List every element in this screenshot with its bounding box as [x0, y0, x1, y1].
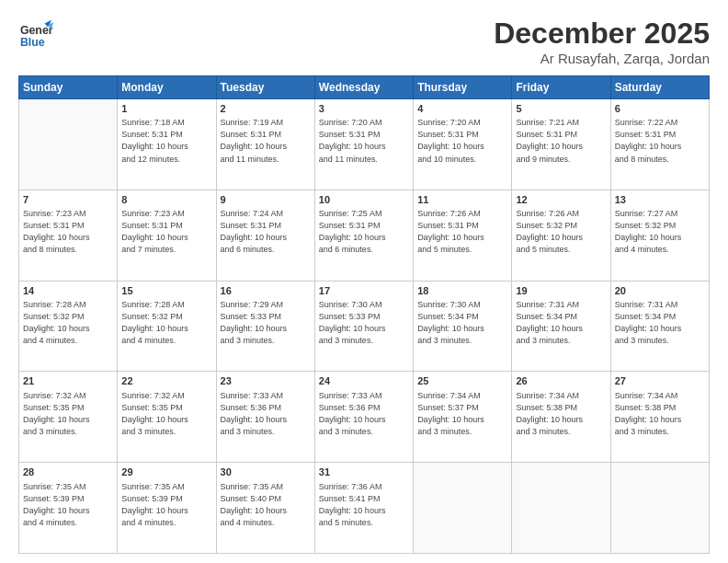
table-row: 3Sunrise: 7:20 AMSunset: 5:31 PMDaylight…	[314, 99, 413, 190]
day-number: 30	[221, 465, 311, 479]
day-info: Sunrise: 7:33 AMSunset: 5:36 PMDaylight:…	[221, 390, 311, 438]
day-number: 23	[221, 374, 311, 388]
day-info: Sunrise: 7:20 AMSunset: 5:31 PMDaylight:…	[319, 117, 409, 165]
col-friday: Friday	[512, 76, 610, 99]
day-info: Sunrise: 7:21 AMSunset: 5:31 PMDaylight:…	[516, 117, 606, 165]
location: Ar Rusayfah, Zarqa, Jordan	[494, 51, 710, 66]
day-number: 3	[319, 102, 409, 116]
table-row: 26Sunrise: 7:34 AMSunset: 5:38 PMDayligh…	[512, 372, 610, 463]
day-number: 25	[417, 374, 507, 388]
day-info: Sunrise: 7:34 AMSunset: 5:38 PMDaylight:…	[516, 390, 606, 438]
day-number: 4	[417, 102, 507, 116]
day-info: Sunrise: 7:22 AMSunset: 5:31 PMDaylight:…	[615, 117, 705, 165]
day-number: 13	[615, 193, 705, 207]
day-number: 28	[23, 465, 113, 479]
day-number: 14	[23, 284, 113, 298]
day-info: Sunrise: 7:18 AMSunset: 5:31 PMDaylight:…	[121, 117, 211, 165]
table-row: 24Sunrise: 7:33 AMSunset: 5:36 PMDayligh…	[314, 372, 413, 463]
day-info: Sunrise: 7:26 AMSunset: 5:32 PMDaylight:…	[516, 208, 606, 256]
col-monday: Monday	[118, 76, 216, 99]
table-row: 4Sunrise: 7:20 AMSunset: 5:31 PMDaylight…	[414, 99, 512, 190]
day-number: 10	[319, 193, 409, 207]
calendar-week-row: 7Sunrise: 7:23 AMSunset: 5:31 PMDaylight…	[19, 190, 710, 281]
day-number: 1	[121, 102, 211, 116]
table-row: 6Sunrise: 7:22 AMSunset: 5:31 PMDaylight…	[610, 99, 709, 190]
day-number: 31	[319, 465, 409, 479]
table-row: 30Sunrise: 7:35 AMSunset: 5:40 PMDayligh…	[216, 463, 314, 554]
calendar-table: Sunday Monday Tuesday Wednesday Thursday…	[18, 75, 710, 554]
day-info: Sunrise: 7:32 AMSunset: 5:35 PMDaylight:…	[121, 390, 211, 438]
day-info: Sunrise: 7:32 AMSunset: 5:35 PMDaylight:…	[23, 390, 113, 438]
day-number: 8	[121, 193, 211, 207]
day-number: 5	[516, 102, 606, 116]
title-block: December 2025 Ar Rusayfah, Zarqa, Jordan	[494, 17, 710, 66]
col-sunday: Sunday	[19, 76, 118, 99]
table-row: 25Sunrise: 7:34 AMSunset: 5:37 PMDayligh…	[414, 372, 512, 463]
day-number: 27	[615, 374, 705, 388]
table-row: 1Sunrise: 7:18 AMSunset: 5:31 PMDaylight…	[118, 99, 216, 190]
table-row: 28Sunrise: 7:35 AMSunset: 5:39 PMDayligh…	[19, 463, 118, 554]
table-row: 2Sunrise: 7:19 AMSunset: 5:31 PMDaylight…	[216, 99, 314, 190]
day-number: 18	[417, 284, 507, 298]
table-row: 21Sunrise: 7:32 AMSunset: 5:35 PMDayligh…	[19, 372, 118, 463]
svg-text:Blue: Blue	[20, 36, 45, 49]
table-row: 17Sunrise: 7:30 AMSunset: 5:33 PMDayligh…	[314, 281, 413, 372]
day-info: Sunrise: 7:30 AMSunset: 5:33 PMDaylight:…	[319, 299, 409, 347]
day-number: 29	[121, 465, 211, 479]
day-number: 11	[417, 193, 507, 207]
day-info: Sunrise: 7:26 AMSunset: 5:31 PMDaylight:…	[417, 208, 507, 256]
table-row: 7Sunrise: 7:23 AMSunset: 5:31 PMDaylight…	[19, 190, 118, 281]
day-info: Sunrise: 7:24 AMSunset: 5:31 PMDaylight:…	[221, 208, 311, 256]
day-info: Sunrise: 7:20 AMSunset: 5:31 PMDaylight:…	[417, 117, 507, 165]
logo: General Blue	[18, 17, 53, 52]
day-info: Sunrise: 7:23 AMSunset: 5:31 PMDaylight:…	[121, 208, 211, 256]
table-row: 23Sunrise: 7:33 AMSunset: 5:36 PMDayligh…	[216, 372, 314, 463]
table-row: 15Sunrise: 7:28 AMSunset: 5:32 PMDayligh…	[118, 281, 216, 372]
day-info: Sunrise: 7:36 AMSunset: 5:41 PMDaylight:…	[319, 481, 409, 529]
col-tuesday: Tuesday	[216, 76, 314, 99]
table-row: 29Sunrise: 7:35 AMSunset: 5:39 PMDayligh…	[118, 463, 216, 554]
day-number: 16	[221, 284, 311, 298]
day-number: 19	[516, 284, 606, 298]
table-row: 13Sunrise: 7:27 AMSunset: 5:32 PMDayligh…	[610, 190, 709, 281]
table-row: 12Sunrise: 7:26 AMSunset: 5:32 PMDayligh…	[512, 190, 610, 281]
table-row: 27Sunrise: 7:34 AMSunset: 5:38 PMDayligh…	[610, 372, 709, 463]
day-number: 15	[121, 284, 211, 298]
day-number: 6	[615, 102, 705, 116]
day-info: Sunrise: 7:31 AMSunset: 5:34 PMDaylight:…	[615, 299, 705, 347]
day-number: 24	[319, 374, 409, 388]
logo-icon: General Blue	[18, 17, 53, 52]
month-title: December 2025	[494, 17, 710, 51]
table-row: 11Sunrise: 7:26 AMSunset: 5:31 PMDayligh…	[414, 190, 512, 281]
day-info: Sunrise: 7:19 AMSunset: 5:31 PMDaylight:…	[221, 117, 311, 165]
calendar-week-row: 14Sunrise: 7:28 AMSunset: 5:32 PMDayligh…	[19, 281, 710, 372]
day-info: Sunrise: 7:25 AMSunset: 5:31 PMDaylight:…	[319, 208, 409, 256]
day-info: Sunrise: 7:23 AMSunset: 5:31 PMDaylight:…	[23, 208, 113, 256]
day-info: Sunrise: 7:28 AMSunset: 5:32 PMDaylight:…	[23, 299, 113, 347]
calendar-header-row: Sunday Monday Tuesday Wednesday Thursday…	[19, 76, 710, 99]
day-info: Sunrise: 7:35 AMSunset: 5:40 PMDaylight:…	[221, 481, 311, 529]
calendar-week-row: 21Sunrise: 7:32 AMSunset: 5:35 PMDayligh…	[19, 372, 710, 463]
day-number: 20	[615, 284, 705, 298]
day-info: Sunrise: 7:33 AMSunset: 5:36 PMDaylight:…	[319, 390, 409, 438]
day-info: Sunrise: 7:34 AMSunset: 5:38 PMDaylight:…	[615, 390, 705, 438]
table-row: 5Sunrise: 7:21 AMSunset: 5:31 PMDaylight…	[512, 99, 610, 190]
table-row: 8Sunrise: 7:23 AMSunset: 5:31 PMDaylight…	[118, 190, 216, 281]
table-row: 20Sunrise: 7:31 AMSunset: 5:34 PMDayligh…	[610, 281, 709, 372]
table-row: 22Sunrise: 7:32 AMSunset: 5:35 PMDayligh…	[118, 372, 216, 463]
col-wednesday: Wednesday	[314, 76, 413, 99]
calendar-week-row: 1Sunrise: 7:18 AMSunset: 5:31 PMDaylight…	[19, 99, 710, 190]
table-row	[19, 99, 118, 190]
calendar-week-row: 28Sunrise: 7:35 AMSunset: 5:39 PMDayligh…	[19, 463, 710, 554]
day-number: 26	[516, 374, 606, 388]
table-row: 10Sunrise: 7:25 AMSunset: 5:31 PMDayligh…	[314, 190, 413, 281]
day-info: Sunrise: 7:27 AMSunset: 5:32 PMDaylight:…	[615, 208, 705, 256]
table-row	[610, 463, 709, 554]
day-number: 7	[23, 193, 113, 207]
day-info: Sunrise: 7:29 AMSunset: 5:33 PMDaylight:…	[221, 299, 311, 347]
day-number: 9	[221, 193, 311, 207]
header: General Blue December 2025 Ar Rusayfah, …	[18, 17, 710, 66]
day-info: Sunrise: 7:34 AMSunset: 5:37 PMDaylight:…	[417, 390, 507, 438]
day-number: 12	[516, 193, 606, 207]
table-row: 19Sunrise: 7:31 AMSunset: 5:34 PMDayligh…	[512, 281, 610, 372]
